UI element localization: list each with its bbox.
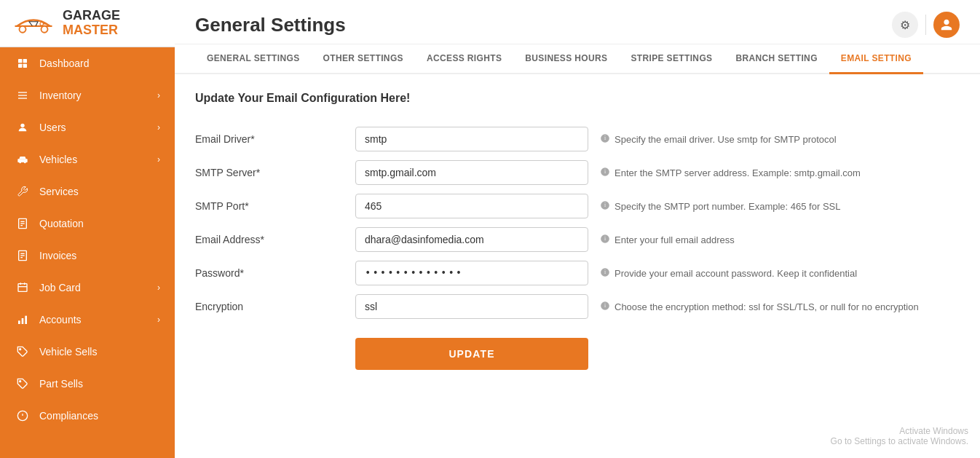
email-driver-label: Email Driver* <box>195 125 355 154</box>
sidebar-item-users[interactable]: Users› <box>0 111 175 143</box>
sidebar-item-label-vehicles: Vehicles <box>39 154 77 165</box>
sidebar-item-label-part-sells: Part Sells <box>39 378 83 390</box>
sidebar-item-dashboard[interactable]: Dashboard <box>0 47 175 79</box>
tab-business-hours[interactable]: BUSINESS HOURS <box>513 44 619 74</box>
tab-email-setting[interactable]: EMAIL SETTING <box>829 44 923 74</box>
password-input[interactable] <box>355 261 588 285</box>
email-address-hint-icon: i <box>600 234 610 246</box>
users-icon <box>15 122 31 133</box>
password-hint-icon: i <box>600 267 610 280</box>
sidebar-item-label-services: Services <box>39 186 79 197</box>
svg-rect-3 <box>18 59 22 63</box>
smtp-server-label: SMTP Server* <box>195 158 355 187</box>
sidebar-item-label-inventory: Inventory <box>39 90 82 101</box>
encryption-hint: iChoose the encryption method: ssl for S… <box>588 295 960 319</box>
email-driver-hint-icon: i <box>600 133 610 146</box>
svg-point-12 <box>19 162 21 164</box>
svg-point-30 <box>20 381 21 382</box>
sidebar-item-label-vehicle-sells: Vehicle Sells <box>39 346 97 358</box>
email-address-hint-text: Enter your full email address <box>615 234 735 245</box>
tab-branch-setting[interactable]: BRANCH SETTING <box>724 44 829 74</box>
user-icon <box>940 18 953 31</box>
tab-general-settings[interactable]: GENERAL SETTINGS <box>195 44 312 74</box>
svg-point-1 <box>42 26 48 33</box>
sidebar-item-inventory[interactable]: Inventory› <box>0 79 175 111</box>
svg-point-10 <box>20 124 24 127</box>
sidebar-item-compliances[interactable]: Compliances <box>0 400 175 432</box>
inventory-arrow-icon: › <box>157 90 160 100</box>
users-arrow-icon: › <box>157 122 160 133</box>
smtp-server-input[interactable] <box>355 160 588 185</box>
topbar-divider <box>925 15 926 35</box>
tab-stripe-settings[interactable]: STRIPE SETTINGS <box>619 44 724 74</box>
svg-point-29 <box>20 349 21 350</box>
logo-master: MASTER <box>63 23 120 38</box>
sidebar-item-label-job-card: Job Card <box>39 282 81 293</box>
svg-rect-11 <box>17 159 27 162</box>
sidebar-item-vehicle-sells[interactable]: Vehicle Sells <box>0 336 175 368</box>
invoices-icon <box>15 250 31 261</box>
smtp-server-hint: iEnter the SMTP server address. Example:… <box>588 161 960 185</box>
sidebar-item-job-card[interactable]: Job Card› <box>0 272 175 304</box>
encryption-hint-icon: i <box>600 301 610 313</box>
job-card-arrow-icon: › <box>157 283 160 293</box>
svg-text:i: i <box>604 302 606 309</box>
part-sells-icon <box>15 378 31 390</box>
sidebar-nav: DashboardInventory›Users›Vehicles›Servic… <box>0 47 175 432</box>
vehicle-sells-icon <box>15 346 31 358</box>
sidebar-item-label-invoices: Invoices <box>39 250 76 261</box>
password-input-wrapper <box>355 256 588 290</box>
tab-other-settings[interactable]: OTHER SETTINGS <box>312 44 415 74</box>
settings-icon-btn[interactable]: ⚙ <box>892 12 918 38</box>
sidebar-item-label-users: Users <box>39 122 66 133</box>
svg-text:i: i <box>604 135 606 141</box>
email-driver-input-wrapper <box>355 122 588 156</box>
sidebar-item-quotation[interactable]: Quotation <box>0 208 175 240</box>
sidebar-item-invoices[interactable]: Invoices <box>0 240 175 272</box>
sidebar-item-part-sells[interactable]: Part Sells <box>0 368 175 400</box>
accounts-arrow-icon: › <box>157 315 160 325</box>
accounts-icon <box>15 314 31 325</box>
encryption-input-wrapper <box>355 290 588 323</box>
main-content: General Settings ⚙ GENERAL SETTINGSOTHER… <box>175 0 980 458</box>
user-icon-btn[interactable] <box>933 12 960 38</box>
email-driver-input[interactable] <box>355 127 588 151</box>
topbar-icons: ⚙ <box>892 12 960 38</box>
sidebar-item-label-dashboard: Dashboard <box>39 58 90 69</box>
svg-rect-6 <box>23 64 27 68</box>
smtp-port-label: SMTP Port* <box>195 192 355 221</box>
logo-text: GARAGE MASTER <box>63 9 120 38</box>
vehicles-arrow-icon: › <box>157 154 160 165</box>
tab-access-rights[interactable]: ACCESS RIGHTS <box>415 44 513 74</box>
inventory-icon <box>15 90 31 101</box>
svg-rect-4 <box>23 59 27 63</box>
svg-text:i: i <box>604 235 606 242</box>
smtp-server-input-wrapper <box>355 156 588 189</box>
sidebar-item-label-compliances: Compliances <box>39 410 98 422</box>
vehicles-icon <box>15 154 31 165</box>
sidebar-item-accounts[interactable]: Accounts› <box>0 304 175 336</box>
svg-text:i: i <box>604 202 606 208</box>
svg-point-2 <box>40 23 44 26</box>
encryption-input[interactable] <box>355 294 588 319</box>
sidebar-item-services[interactable]: Services <box>0 175 175 208</box>
job-card-icon <box>15 282 31 293</box>
sidebar-item-label-accounts: Accounts <box>39 314 82 325</box>
topbar: General Settings ⚙ <box>175 0 980 44</box>
email-address-hint: iEnter your full email address <box>588 228 960 252</box>
sidebar-item-vehicles[interactable]: Vehicles› <box>0 143 175 175</box>
encryption-hint-text: Choose the encryption method: ssl for SS… <box>615 301 919 312</box>
email-address-input-wrapper <box>355 223 588 256</box>
password-label: Password* <box>195 258 355 288</box>
email-address-label: Email Address* <box>195 225 355 254</box>
email-address-input[interactable] <box>355 227 588 252</box>
logo-garage: GARAGE <box>63 9 120 23</box>
email-driver-hint: iSpecify the email driver. Use smtp for … <box>588 127 960 151</box>
sidebar: GARAGE MASTER DashboardInventory›Users›V… <box>0 0 175 458</box>
quotation-icon <box>15 218 31 229</box>
svg-point-13 <box>24 162 26 164</box>
svg-rect-27 <box>22 318 24 324</box>
smtp-port-input[interactable] <box>355 194 588 218</box>
password-hint-text: Provide your email account password. Kee… <box>615 268 857 279</box>
update-button[interactable]: UPDATE <box>355 338 588 370</box>
